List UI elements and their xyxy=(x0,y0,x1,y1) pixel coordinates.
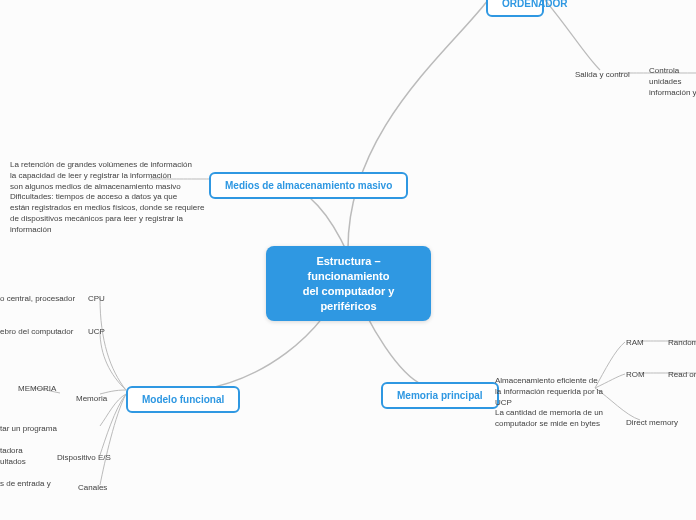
central-line1: Estructura – funcionamiento xyxy=(308,255,390,282)
dma-label: Direct memory xyxy=(626,418,678,429)
es-label: Dispositivo E/S xyxy=(57,453,111,464)
central-node[interactable]: Estructura – funcionamiento del computad… xyxy=(266,246,431,321)
ram-label: RAM xyxy=(626,338,644,349)
medios-node[interactable]: Medios de almacenamiento masivo xyxy=(209,172,408,199)
salida-control-note: Controla unidadesinformación y la xyxy=(649,66,696,98)
ucp-line-label: ebro del computador xyxy=(0,327,73,338)
ram-text: Random a xyxy=(668,338,696,349)
memoria-title: MEMORIA xyxy=(18,384,56,395)
ucp-label: UCP xyxy=(88,327,105,338)
central-line2: del computador y periféricos xyxy=(303,285,395,312)
canales-label: Canales xyxy=(78,483,107,494)
modelo-node[interactable]: Modelo funcional xyxy=(126,386,240,413)
memoria-principal-note: Almacenamiento eficiente dela informació… xyxy=(495,376,615,430)
cpu-line-label: o central, procesador xyxy=(0,294,75,305)
es-title: tadoraultados xyxy=(0,446,30,468)
canales-line: s de entrada y xyxy=(0,479,51,490)
memoria-label: Memoria xyxy=(76,394,107,405)
memoria-principal-node[interactable]: Memoria principal xyxy=(381,382,499,409)
cpu-label: CPU xyxy=(88,294,105,305)
rom-text: Read onl xyxy=(668,370,696,381)
programa-label: tar un programa xyxy=(0,424,57,435)
rom-label: ROM xyxy=(626,370,645,381)
salida-control-label: Salida y control xyxy=(575,70,630,81)
ordenador-node[interactable]: ORDENADOR xyxy=(486,0,544,17)
medios-note: La retención de grandes volúmenes de inf… xyxy=(10,160,210,236)
